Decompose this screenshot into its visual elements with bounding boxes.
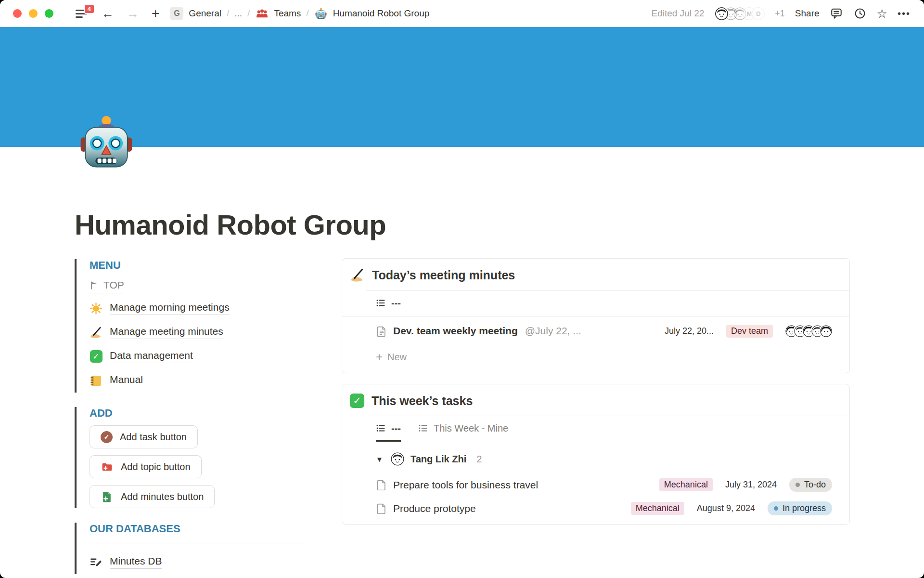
- task-title[interactable]: Prepare tools for business travel: [393, 479, 538, 491]
- writing-hand-icon: [350, 268, 365, 283]
- meeting-title[interactable]: Dev. team weekly meeting: [393, 325, 518, 337]
- card-header[interactable]: Today’s meeting minutes: [342, 259, 849, 290]
- more-options-icon[interactable]: •••: [898, 8, 911, 19]
- link-label: Manual: [110, 374, 143, 387]
- viewer-avatar-stack[interactable]: M D: [715, 7, 765, 20]
- sidebar-toggle-icon[interactable]: 4: [76, 8, 89, 19]
- menu-section: MENU TOP: [75, 259, 308, 393]
- view-tabs: ---: [342, 291, 849, 316]
- tab-default-view[interactable]: ---: [376, 416, 401, 442]
- task-title[interactable]: Produce prototype: [393, 503, 476, 514]
- list-view-icon: [418, 423, 428, 433]
- avatar-overflow-count[interactable]: +1: [775, 9, 785, 19]
- forward-arrow-icon[interactable]: →: [127, 7, 139, 20]
- button-label: Add topic button: [121, 461, 191, 473]
- weekly-tasks-card: ✓ This week’s tasks --- This Week - Mine: [342, 384, 850, 525]
- comments-icon[interactable]: [830, 7, 843, 20]
- window-controls: [0, 9, 53, 18]
- zoom-window-button[interactable]: [45, 9, 53, 18]
- new-tab-icon[interactable]: +: [152, 7, 159, 20]
- robot-page-icon: [314, 7, 328, 20]
- link-manage-morning-meetings[interactable]: Manage morning meetings: [90, 296, 308, 320]
- breadcrumb-teams[interactable]: Teams: [274, 8, 301, 19]
- writing-hand-icon: [90, 326, 103, 339]
- favorite-star-icon[interactable]: ☆: [877, 8, 887, 20]
- task-date: August 9, 2024: [697, 503, 755, 513]
- notion-window: 4 ← → + G General / ... / Teams / Humano: [0, 0, 924, 578]
- databases-section: OUR DATABASES Minutes DB: [75, 523, 308, 574]
- dev-team-tag: Dev team: [726, 325, 773, 338]
- group-count: 2: [476, 454, 482, 465]
- add-section: ADD ✓ Add task button Add topic button: [75, 407, 308, 508]
- topbar-actions: Edited Jul 22 M D +1 Share: [651, 7, 924, 20]
- breadcrumb-general[interactable]: General: [189, 8, 221, 19]
- add-task-button[interactable]: ✓ Add task button: [90, 425, 198, 448]
- file-plus-icon: [101, 490, 114, 503]
- breadcrumb-separator: /: [247, 8, 250, 19]
- tab-label: ---: [391, 423, 401, 434]
- new-label: New: [387, 352, 407, 363]
- avatar: [391, 452, 404, 466]
- document-icon: [376, 326, 387, 337]
- group-header-row[interactable]: ▼ Tang Lik Zhi 2: [342, 445, 849, 473]
- minimize-window-button[interactable]: [29, 9, 38, 18]
- page-cover[interactable]: [0, 27, 924, 147]
- notification-badge: 4: [84, 4, 95, 14]
- card-title: Today’s meeting minutes: [372, 268, 515, 282]
- date-mention[interactable]: @July 22, ...: [525, 325, 581, 337]
- list-view-icon: [376, 298, 386, 308]
- task-row[interactable]: Prepare tools for business travel Mechan…: [342, 473, 849, 497]
- link-data-management[interactable]: ✓ Data management: [90, 344, 308, 368]
- breadcrumb-separator: /: [227, 8, 229, 19]
- back-arrow-icon[interactable]: ←: [102, 7, 114, 20]
- link-top[interactable]: TOP: [90, 279, 124, 293]
- meeting-row[interactable]: Dev. team weekly meeting @July 22, ... J…: [342, 317, 849, 345]
- page-title[interactable]: Humanoid Robot Group: [0, 147, 924, 241]
- document-icon: [376, 479, 387, 490]
- attendee-avatars: [785, 325, 832, 337]
- status-badge: To-do: [789, 478, 832, 492]
- link-minutes-db[interactable]: Minutes DB: [90, 550, 308, 574]
- tab-this-week-mine[interactable]: This Week - Mine: [418, 416, 508, 442]
- nav-controls: 4 ← → +: [76, 7, 159, 20]
- avatar: [715, 7, 728, 20]
- flag-icon: [90, 281, 99, 290]
- link-manual[interactable]: Manual: [90, 368, 308, 393]
- workspace-icon[interactable]: G: [170, 7, 183, 20]
- status-label: To-do: [804, 480, 826, 490]
- status-label: In progress: [783, 503, 826, 513]
- group-name: Tang Lik Zhi: [411, 454, 466, 465]
- link-manage-meeting-minutes[interactable]: Manage meeting minutes: [90, 320, 308, 344]
- check-box-icon: ✓: [90, 350, 103, 363]
- category-tag: Mechanical: [659, 478, 713, 491]
- right-column: Today’s meeting minutes --- Dev. team we…: [342, 258, 850, 578]
- card-header[interactable]: ✓ This week’s tasks: [342, 384, 849, 416]
- breadcrumb-current-page[interactable]: Humanoid Robot Group: [333, 8, 430, 19]
- category-tag: Mechanical: [631, 502, 684, 515]
- breadcrumb-ellipsis[interactable]: ...: [234, 8, 242, 19]
- edited-timestamp[interactable]: Edited Jul 22: [651, 8, 704, 19]
- robot-page-icon-large[interactable]: [79, 115, 133, 169]
- link-label: Manage meeting minutes: [110, 326, 223, 339]
- avatar: [820, 325, 832, 337]
- task-row[interactable]: Produce prototype Mechanical August 9, 2…: [342, 497, 849, 520]
- close-window-button[interactable]: [13, 9, 22, 18]
- meeting-date: July 22, 20...: [665, 326, 714, 336]
- list-view-icon: [376, 423, 386, 433]
- collapse-triangle-icon[interactable]: ▼: [376, 455, 385, 463]
- link-top-label: TOP: [103, 279, 124, 291]
- check-circle-icon: ✓: [101, 431, 113, 443]
- teams-people-icon: [255, 7, 269, 20]
- link-label: Data management: [110, 350, 193, 363]
- breadcrumb-separator: /: [306, 8, 308, 19]
- add-minutes-button[interactable]: Add minutes button: [90, 485, 215, 508]
- divider: [342, 442, 849, 442]
- add-topic-button[interactable]: Add topic button: [90, 455, 202, 478]
- history-clock-icon[interactable]: [853, 7, 867, 20]
- tab-default-view[interactable]: ---: [376, 291, 401, 316]
- new-entry-button[interactable]: + New: [342, 345, 849, 369]
- status-dot: [774, 506, 778, 511]
- share-button[interactable]: Share: [795, 8, 820, 19]
- menu-heading: MENU: [90, 259, 308, 272]
- breadcrumb: G General / ... / Teams / Humanoid Robot…: [170, 7, 429, 20]
